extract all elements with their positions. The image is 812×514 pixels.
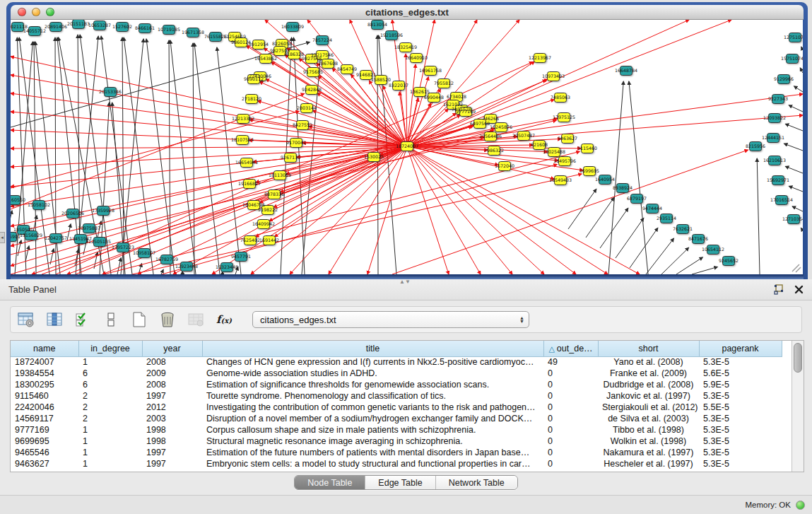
svg-text:19323448: 19323448 <box>216 264 238 269</box>
scrollbar-thumb[interactable] <box>794 343 802 373</box>
column-header[interactable]: in_degree <box>78 341 142 356</box>
svg-text:9860124: 9860124 <box>231 40 251 45</box>
network-canvas-svg: 1872400720211181405571220891406201511831… <box>11 20 803 274</box>
svg-text:17957223: 17957223 <box>112 245 134 250</box>
resize-grip-icon[interactable] <box>792 264 801 272</box>
table-row[interactable]: 1872400712008Changes of HCN gene express… <box>11 356 782 368</box>
table-row[interactable]: 1830029562008Estimation of significance … <box>11 379 782 390</box>
zoom-window-icon[interactable] <box>46 8 54 16</box>
svg-text:19671358: 19671358 <box>182 30 204 35</box>
svg-text:13156829: 13156829 <box>20 233 42 238</box>
svg-text:9175685: 9175685 <box>303 69 323 74</box>
table-row[interactable]: 977716911998Corpus callosum shape and si… <box>11 424 782 436</box>
svg-text:8813054: 8813054 <box>367 22 387 27</box>
svg-text:18724007: 18724007 <box>396 144 418 148</box>
table-row[interactable]: 1456911722003Disruption of a novel membe… <box>11 413 782 424</box>
minimize-window-icon[interactable] <box>32 8 40 16</box>
svg-text:6879197: 6879197 <box>627 196 647 201</box>
network-view-window[interactable]: citations_edges.txt 18724007202111814055… <box>6 2 808 279</box>
svg-text:15751074: 15751074 <box>781 56 803 61</box>
node-table-container: namein_degreeyeartitle△out_de…shortpager… <box>10 340 804 472</box>
svg-text:8466161: 8466161 <box>135 25 155 30</box>
svg-text:16549433: 16549433 <box>549 177 572 182</box>
svg-text:1691442: 1691442 <box>259 238 279 243</box>
svg-text:7955812: 7955812 <box>434 81 454 86</box>
svg-text:15058102: 15058102 <box>28 202 50 207</box>
svg-text:9129966: 9129966 <box>774 76 794 81</box>
svg-text:1640954: 1640954 <box>595 177 615 182</box>
new-table-icon[interactable] <box>129 310 149 329</box>
network-canvas[interactable]: 1872400720211181405571220891406201511831… <box>11 20 803 274</box>
svg-text:7485063: 7485063 <box>551 95 570 100</box>
svg-text:16543862: 16543862 <box>254 56 277 61</box>
svg-text:12505135: 12505135 <box>88 239 111 244</box>
column-header[interactable]: name <box>11 341 78 356</box>
table-panel-title: Table Panel <box>8 284 57 295</box>
table-row[interactable]: 969969511998Structural magnetic resonanc… <box>11 436 782 447</box>
delete-trash-icon[interactable] <box>158 310 177 329</box>
svg-text:7632621: 7632621 <box>673 226 693 231</box>
column-header[interactable]: △out_de… <box>543 341 598 356</box>
memory-status-icon[interactable] <box>796 501 805 510</box>
svg-text:6497568: 6497568 <box>470 121 490 126</box>
collapsed-panel-tab[interactable]: ◂ <box>0 232 5 243</box>
splitter-handle-icon[interactable]: ▲▼ <box>399 280 409 285</box>
svg-text:16782759: 16782759 <box>155 257 178 262</box>
svg-text:8454749: 8454749 <box>337 66 357 71</box>
table-panel: ▲▼ Table Panel <box>0 279 812 495</box>
svg-text:8186328: 8186328 <box>284 52 304 57</box>
svg-text:16046796: 16046796 <box>242 202 265 207</box>
table-settings-icon[interactable] <box>16 310 36 329</box>
table-row[interactable]: 1938455462009Genome-wide association stu… <box>11 368 782 379</box>
table-selector-dropdown[interactable]: citations_edges.txt ▲▼ <box>252 311 529 328</box>
svg-text:20564486: 20564486 <box>479 134 502 139</box>
svg-text:9242848: 9242848 <box>302 87 322 92</box>
column-chooser-icon[interactable] <box>45 310 64 329</box>
table-panel-titlebar[interactable]: ▲▼ Table Panel <box>0 279 812 300</box>
svg-text:8878336: 8878336 <box>264 192 284 197</box>
svg-text:18113059: 18113059 <box>269 173 291 177</box>
svg-text:9457791: 9457791 <box>231 254 251 259</box>
memory-status-label: Memory: OK <box>745 501 791 509</box>
svg-text:20151183: 20151183 <box>67 21 90 26</box>
svg-text:2803144: 2803144 <box>297 105 317 110</box>
svg-text:19166827: 19166827 <box>238 181 261 186</box>
close-panel-icon[interactable] <box>794 285 804 294</box>
svg-text:7857224: 7857224 <box>312 37 332 42</box>
tab-edge-table[interactable]: Edge Table <box>365 476 435 489</box>
table-row[interactable]: 946362711997Embryonic stem cells: a mode… <box>11 458 782 469</box>
svg-text:11254619: 11254619 <box>223 34 246 39</box>
table-row[interactable]: 2242004622012Investigating the contribut… <box>11 402 782 413</box>
window-titlebar[interactable]: citations_edges.txt <box>11 5 804 20</box>
tab-node-table[interactable]: Node Table <box>295 476 365 489</box>
row-height-icon[interactable] <box>101 310 121 329</box>
table-row[interactable]: 946554611997Estimation of the future num… <box>11 447 782 458</box>
svg-text:9890112: 9890112 <box>244 76 264 81</box>
svg-text:1530025: 1530025 <box>364 154 384 159</box>
svg-text:2935114: 2935114 <box>657 216 676 221</box>
dropdown-stepper-icon: ▲▼ <box>519 316 524 323</box>
svg-text:7986322: 7986322 <box>484 148 504 153</box>
svg-text:12923448: 12923448 <box>175 264 198 269</box>
svg-text:9115460: 9115460 <box>577 146 597 151</box>
float-window-icon[interactable] <box>773 284 784 295</box>
svg-text:2867608: 2867608 <box>318 61 338 66</box>
delete-table-icon[interactable] <box>186 310 206 329</box>
table-header[interactable]: namein_degreeyeartitle△out_de…shortpager… <box>11 341 782 356</box>
svg-text:9463627: 9463627 <box>558 136 577 141</box>
svg-text:17975125: 17975125 <box>553 115 575 119</box>
column-header[interactable]: year <box>142 341 202 356</box>
tab-network-table[interactable]: Network Table <box>436 476 517 489</box>
svg-text:17359928: 17359928 <box>92 208 114 213</box>
column-header[interactable]: title <box>202 341 543 356</box>
close-window-icon[interactable] <box>18 8 26 16</box>
table-row[interactable]: 911546021997Tourette syndrome. Phenomeno… <box>11 390 782 402</box>
column-header[interactable]: pagerank <box>699 341 782 356</box>
svg-text:1527602: 1527602 <box>112 24 132 29</box>
column-header[interactable]: short <box>598 341 699 356</box>
node-table[interactable]: namein_degreeyeartitle△out_de…shortpager… <box>11 341 782 469</box>
select-all-icon[interactable] <box>73 310 93 329</box>
table-vertical-scrollbar[interactable] <box>792 341 804 472</box>
svg-text:8938924: 8938924 <box>613 185 632 190</box>
function-builder-icon[interactable]: f(x) <box>214 310 234 329</box>
